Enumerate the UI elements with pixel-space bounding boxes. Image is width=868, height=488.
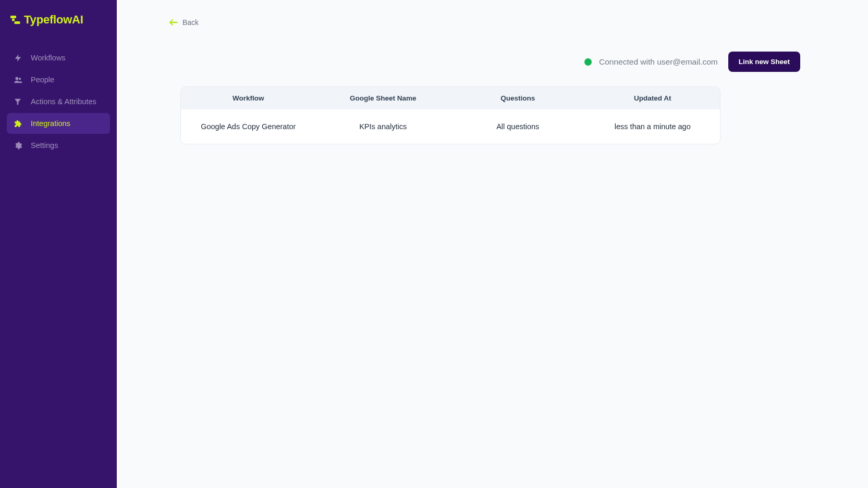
status-text: Connected with user@email.com xyxy=(599,57,718,67)
table-header-questions: Questions xyxy=(450,94,585,102)
sidebar-item-label: Settings xyxy=(31,141,58,149)
sidebar-item-actions-attributes[interactable]: Actions & Attributes xyxy=(7,91,110,112)
sidebar-item-label: People xyxy=(31,76,54,84)
people-icon xyxy=(13,75,22,84)
sidebar-item-label: Actions & Attributes xyxy=(31,97,96,106)
sidebar-nav: Workflows People Actions & Attributes In… xyxy=(0,47,117,156)
main-content: Back Connected with user@email.com Link … xyxy=(117,0,868,488)
table-header: Workflow Google Sheet Name Questions Upd… xyxy=(181,87,720,109)
connection-status: Connected with user@email.com xyxy=(584,57,718,67)
funnel-icon xyxy=(13,97,22,106)
puzzle-icon xyxy=(13,119,22,128)
header-row: Connected with user@email.com Link new S… xyxy=(169,52,800,72)
cell-workflow: Google Ads Copy Generator xyxy=(181,122,316,131)
integrations-table: Workflow Google Sheet Name Questions Upd… xyxy=(180,86,720,144)
link-new-sheet-button[interactable]: Link new Sheet xyxy=(728,52,800,72)
svg-rect-1 xyxy=(15,21,20,24)
sidebar: TypeflowAI Workflows People Actions & At… xyxy=(0,0,117,488)
table-body: Google Ads Copy Generator KPIs analytics… xyxy=(181,109,720,144)
back-button[interactable]: Back xyxy=(169,18,800,27)
logo-text: TypeflowAI xyxy=(24,13,83,27)
svg-point-3 xyxy=(15,77,18,80)
sidebar-item-workflows[interactable]: Workflows xyxy=(7,47,110,68)
cell-sheet-name: KPIs analytics xyxy=(316,122,451,131)
gear-icon xyxy=(13,141,22,150)
svg-point-4 xyxy=(18,78,20,80)
table-header-sheet-name: Google Sheet Name xyxy=(316,94,451,102)
sidebar-item-people[interactable]: People xyxy=(7,69,110,90)
sidebar-item-label: Workflows xyxy=(31,54,66,62)
sidebar-item-label: Integrations xyxy=(31,119,70,128)
cell-questions: All questions xyxy=(450,122,585,131)
logo-icon xyxy=(10,14,20,26)
sidebar-item-settings[interactable]: Settings xyxy=(7,135,110,156)
sidebar-item-integrations[interactable]: Integrations xyxy=(7,113,110,134)
svg-point-5 xyxy=(169,21,178,23)
logo[interactable]: TypeflowAI xyxy=(0,0,117,47)
back-arrow-icon xyxy=(169,19,178,26)
svg-rect-2 xyxy=(12,19,15,21)
status-dot-icon xyxy=(584,58,592,66)
table-header-updated-at: Updated At xyxy=(585,94,720,102)
cell-updated-at: less than a minute ago xyxy=(585,122,720,131)
lightning-icon xyxy=(13,53,22,62)
table-header-workflow: Workflow xyxy=(181,94,316,102)
back-label: Back xyxy=(182,18,199,27)
table-row[interactable]: Google Ads Copy Generator KPIs analytics… xyxy=(181,109,720,144)
svg-rect-0 xyxy=(10,16,16,18)
